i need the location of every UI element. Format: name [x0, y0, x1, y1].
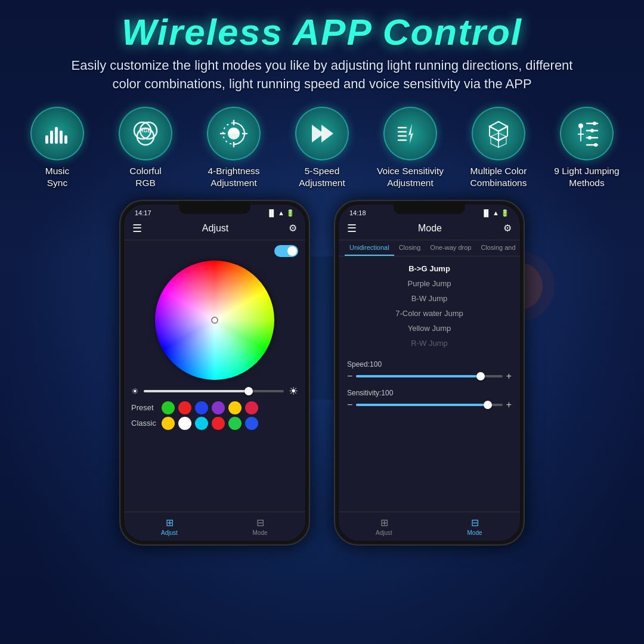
phone1-nav-adjust-label: Adjust: [161, 530, 178, 536]
phone1-brightness-thumb[interactable]: [244, 387, 253, 395]
phone2-speed-minus[interactable]: −: [347, 371, 352, 382]
mode-rw-jump[interactable]: R-W Jump: [347, 336, 512, 351]
phone2-wrapper: 14:18 ▐▌ ▲ 🔋 ☰ Mode ⚙ Unidirectional Clo…: [334, 200, 525, 546]
phone2-sensitivity-fill: [356, 404, 488, 406]
phone2-notch: [394, 201, 465, 214]
classic-color-5[interactable]: [228, 417, 242, 430]
tab-oneway-drop[interactable]: One-way drop: [425, 240, 476, 256]
feature-speed: 5-SpeedAdjustment: [281, 107, 363, 189]
phone2-sensitivity-track[interactable]: [356, 404, 502, 406]
phone2-speed-track[interactable]: [356, 375, 502, 377]
phone1-nav-adjust[interactable]: ⊞ Adjust: [124, 512, 215, 541]
mode-7color-jump[interactable]: 7-Color water Jump: [347, 306, 512, 321]
svg-point-38: [590, 129, 594, 132]
brightness-icon: [219, 119, 249, 148]
phone2-nav-mode[interactable]: ⊟ Mode: [429, 512, 520, 541]
phone1-time: 14:17: [135, 209, 151, 216]
phone2-nav-mode-label: Mode: [467, 530, 482, 536]
phone2-mode-list: B->G Jump Purple Jump B-W Jump 7-Color w…: [339, 256, 520, 355]
phone1-brightness-track[interactable]: [144, 390, 284, 392]
phone1-brightness-row: ☀ ☀: [131, 385, 298, 398]
phone1-settings-icon[interactable]: ⚙: [289, 222, 297, 234]
phone2-screen: 14:18 ▐▌ ▲ 🔋 ☰ Mode ⚙ Unidirectional Clo…: [339, 205, 520, 541]
svg-marker-20: [321, 125, 333, 143]
music-sync-icon-circle: [30, 107, 84, 160]
phone1-nav-mode-icon: ⊟: [256, 517, 264, 528]
light-jumping-icon-circle: [560, 107, 614, 160]
phone2-menu-icon[interactable]: ☰: [347, 222, 357, 235]
header: Wireless APP Control Easily customize th…: [0, 0, 644, 94]
phone2-title: Mode: [418, 223, 442, 234]
phone2-settings-icon[interactable]: ⚙: [503, 222, 512, 234]
phone2-title-bar: ☰ Mode ⚙: [339, 219, 520, 240]
phone1-bottom-nav: ⊞ Adjust ⊟ Mode: [124, 512, 305, 541]
phone2-speed-row: Speed:100 − +: [339, 355, 520, 384]
phone1-brightness-fill: [144, 390, 249, 392]
svg-marker-30: [491, 137, 499, 147]
preset-color-3[interactable]: [195, 401, 208, 414]
phone1-body: ☀ ☀ Preset: [124, 240, 305, 437]
phone2-nav-adjust[interactable]: ⊞ Adjust: [339, 512, 429, 541]
tab-closing-and[interactable]: Closing and: [476, 240, 520, 256]
feature-music-sync: MusicSync: [17, 107, 98, 189]
phone1-nav-mode-label: Mode: [252, 530, 267, 536]
phone1-toggle[interactable]: [274, 245, 298, 257]
phone1-color-wheel-container: [131, 261, 298, 380]
voice-sensitivity-label: Voice SensitivityAdjustment: [377, 165, 444, 189]
phone2-speed-plus[interactable]: +: [506, 371, 512, 382]
main-title: Wireless APP Control: [0, 11, 644, 53]
svg-marker-31: [499, 137, 506, 147]
features-row: MusicSync RGB ColorfulRGB: [0, 107, 644, 189]
svg-rect-8: [64, 135, 67, 144]
mode-yellow-jump[interactable]: Yellow Jump: [347, 321, 512, 336]
preset-color-5[interactable]: [228, 401, 242, 414]
classic-color-3[interactable]: [195, 417, 208, 430]
svg-marker-26: [490, 122, 507, 131]
voice-sensitivity-icon-circle: [383, 107, 437, 160]
music-sync-label: MusicSync: [45, 165, 69, 189]
classic-color-6[interactable]: [245, 417, 258, 430]
light-jumping-icon: [572, 119, 602, 148]
mode-bg-jump[interactable]: B->G Jump: [347, 261, 512, 276]
phone1-title-bar: ☰ Adjust ⚙: [124, 219, 305, 240]
phone2-speed-thumb: [476, 372, 485, 380]
phone2-sensitivity-row: Sensitivity:100 − +: [339, 384, 520, 413]
preset-color-4[interactable]: [212, 401, 225, 414]
brightness-label: 4-BrightnessAdjustment: [208, 165, 259, 189]
colorful-rgb-icon-circle: RGB: [119, 107, 172, 160]
phone1-preset-row: Preset: [131, 401, 298, 414]
tab-unidirectional[interactable]: Unidirectional: [345, 240, 394, 256]
classic-color-4[interactable]: [212, 417, 225, 430]
phone2-nav-adjust-label: Adjust: [376, 530, 392, 536]
phone2-sensitivity-minus[interactable]: −: [347, 400, 352, 410]
phone1-wrapper: 14:17 ▐▌ ▲ 🔋 ☰ Adjust ⚙: [119, 200, 310, 546]
music-sync-icon: [42, 119, 72, 148]
feature-multiple-color: Multiple ColorCombinations: [458, 107, 539, 189]
svg-point-36: [593, 122, 596, 125]
preset-color-2[interactable]: [178, 401, 191, 414]
tab-closing[interactable]: Closing: [394, 240, 426, 256]
light-jumping-label: 9 Light JumpingMethods: [554, 165, 619, 189]
classic-color-2[interactable]: [178, 417, 191, 430]
svg-point-40: [588, 136, 592, 140]
phone1-brightness-min-icon: ☀: [131, 386, 139, 396]
phone2-bottom-nav: ⊞ Adjust ⊟ Mode: [339, 512, 520, 541]
colorful-rgb-label: ColorfulRGB: [129, 165, 161, 189]
preset-color-1[interactable]: [162, 401, 175, 414]
phone1-nav-adjust-icon: ⊞: [166, 517, 174, 528]
phone1-menu-icon[interactable]: ☰: [132, 222, 142, 235]
phone2-sensitivity-plus[interactable]: +: [506, 400, 512, 410]
multiple-color-icon: [484, 119, 513, 148]
phone2-nav-adjust-icon: ⊞: [380, 517, 388, 528]
phone1-color-wheel[interactable]: [155, 261, 274, 380]
preset-color-6[interactable]: [245, 401, 258, 414]
phone1-nav-mode[interactable]: ⊟ Mode: [215, 512, 305, 541]
classic-color-1[interactable]: [162, 417, 175, 430]
phone2-sensitivity-label: Sensitivity:100: [347, 389, 512, 397]
phone2-tabs-row: Unidirectional Closing One-way drop Clos…: [339, 240, 520, 256]
mode-purple-jump[interactable]: Purple Jump: [347, 276, 512, 291]
phone2-signal-icons: ▐▌ ▲ 🔋: [481, 209, 509, 217]
phone1-outer: 14:17 ▐▌ ▲ 🔋 ☰ Adjust ⚙: [119, 200, 310, 546]
phone1-color-wheel-dot[interactable]: [211, 317, 218, 324]
mode-bw-jump[interactable]: B-W Jump: [347, 291, 512, 306]
